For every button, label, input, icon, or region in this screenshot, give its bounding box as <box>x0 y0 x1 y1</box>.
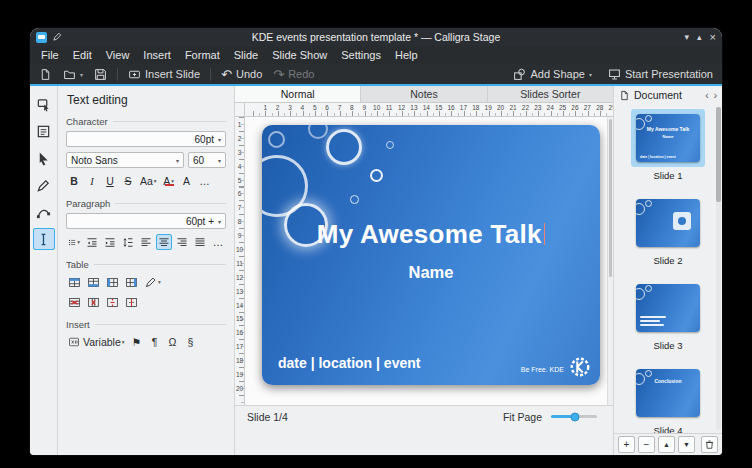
new-document-button[interactable] <box>36 65 55 83</box>
zoom-slider-knob[interactable] <box>570 412 579 421</box>
thumbnail-selection[interactable]: My Awesome Talk Name date | location | e… <box>631 109 705 167</box>
more-paragraph-options-button[interactable]: … <box>210 234 226 250</box>
italic-button[interactable]: I <box>84 173 100 189</box>
text-color-button[interactable]: A▾ <box>161 173 177 189</box>
align-justify-button[interactable] <box>192 234 208 250</box>
frame-tool[interactable] <box>33 120 55 142</box>
tab-notes[interactable]: Notes <box>361 86 487 102</box>
thumbnail-selection[interactable] <box>631 279 705 337</box>
menu-item[interactable]: Slide <box>227 46 265 64</box>
save-button[interactable] <box>91 65 110 83</box>
insert-column-left-button[interactable] <box>104 274 121 290</box>
align-right-button[interactable] <box>174 234 190 250</box>
remove-slide-button[interactable]: − <box>638 436 655 453</box>
docker-scrollbar[interactable] <box>716 107 721 430</box>
slide-1-thumbnail[interactable]: My Awesome Talk Name date | location | e… <box>636 114 700 162</box>
slide-4-thumbnail[interactable]: Conclusion <box>636 369 700 417</box>
font-size-combo[interactable]: 60 ▾ <box>188 152 226 168</box>
menu-item[interactable]: Settings <box>334 46 388 64</box>
insert-slide-button[interactable]: Insert Slide <box>125 65 203 83</box>
start-presentation-button[interactable]: Start Presentation <box>605 65 716 83</box>
special-character-button[interactable]: Ω <box>165 334 181 350</box>
add-shape-button[interactable]: Add Shape ▾ <box>510 65 594 83</box>
edit-pencil-icon <box>52 32 62 42</box>
zoom-slider[interactable] <box>551 415 597 418</box>
highlight-color-button[interactable]: A <box>179 173 195 189</box>
insert-paragraph-button[interactable]: ¶ <box>147 334 163 350</box>
menu-item[interactable]: File <box>34 46 66 64</box>
slide-thumbnail-item[interactable]: Slide 2 <box>631 194 705 266</box>
slide-2-thumbnail[interactable] <box>636 199 700 247</box>
slide-thumbnail-item[interactable]: Slide 3 <box>631 279 705 351</box>
insert-slide-icon <box>128 68 141 81</box>
variable-button[interactable]: Variable ▾ <box>66 334 127 350</box>
paragraph-style-combo[interactable]: 60pt + ▾ <box>66 213 226 229</box>
insert-column-right-button[interactable] <box>123 274 140 290</box>
align-center-button[interactable] <box>156 234 172 250</box>
insert-row-above-button[interactable] <box>66 274 83 290</box>
slide-title-textbox[interactable]: My Awesome Talk <box>262 219 600 250</box>
strikethrough-button[interactable]: S <box>120 173 136 189</box>
minimize-button[interactable]: ▾ <box>685 32 690 42</box>
menu-item[interactable]: View <box>99 46 137 64</box>
change-case-button[interactable]: Aa▾ <box>138 173 159 189</box>
thumbnail-selection[interactable] <box>631 194 705 252</box>
insert-section-button[interactable]: § <box>183 334 199 350</box>
docker-collapse-right-icon[interactable]: › <box>714 90 717 101</box>
list-style-button[interactable]: ▾ <box>66 234 82 250</box>
more-character-options-button[interactable]: … <box>197 173 213 189</box>
titlebar[interactable]: KDE events presentation template * — Cal… <box>30 28 722 46</box>
merge-cells-button[interactable] <box>104 294 121 310</box>
delete-slide-button[interactable] <box>701 436 718 453</box>
decrease-indent-button[interactable] <box>84 234 100 250</box>
underline-button[interactable]: U <box>102 173 118 189</box>
insert-row-below-button[interactable] <box>85 274 102 290</box>
add-slide-button[interactable]: + <box>618 436 635 453</box>
delete-row-button[interactable] <box>66 294 83 310</box>
slide-3-thumbnail[interactable] <box>636 284 700 332</box>
thumbnail-selection[interactable]: Conclusion <box>631 364 705 422</box>
menu-item[interactable]: Help <box>388 46 425 64</box>
slide-editor[interactable]: My Awesome Talk Name date | location | e… <box>262 125 600 385</box>
line-spacing-button[interactable] <box>120 234 136 250</box>
maximize-button[interactable]: ▴ <box>697 32 702 42</box>
split-cells-button[interactable] <box>123 294 140 310</box>
menu-item[interactable]: Slide Show <box>265 46 334 64</box>
close-button[interactable]: × <box>710 32 716 42</box>
move-slide-up-button[interactable]: ▲ <box>658 436 675 453</box>
menu-item[interactable]: Insert <box>136 46 178 64</box>
scrollbar-thumb[interactable] <box>609 119 612 277</box>
ruler-number: 13 <box>408 103 420 116</box>
menu-item[interactable]: Format <box>178 46 227 64</box>
redo-button[interactable]: ↷ Redo <box>270 65 317 83</box>
tab-slides-sorter[interactable]: Slides Sorter <box>488 86 613 102</box>
path-tool[interactable] <box>33 201 55 223</box>
open-document-button[interactable]: ▾ <box>60 65 86 83</box>
slide-subtitle-textbox[interactable]: Name <box>262 263 600 282</box>
scrollbar-thumb[interactable] <box>716 107 721 202</box>
character-style-combo[interactable]: 60pt ▾ <box>66 131 226 147</box>
docker-header[interactable]: Document ‹ › <box>614 86 722 104</box>
pencil-tool[interactable] <box>33 174 55 196</box>
slide-thumbnail-item[interactable]: My Awesome Talk Name date | location | e… <box>631 109 705 181</box>
selection-tool[interactable] <box>33 147 55 169</box>
table-borders-button[interactable]: ▾ <box>142 274 163 290</box>
docker-collapse-left-icon[interactable]: ‹ <box>705 90 708 101</box>
slide-footer-textbox[interactable]: date | location | event <box>278 355 420 371</box>
insert-bookmark-button[interactable]: ⚑ <box>129 334 145 350</box>
delete-column-button[interactable] <box>85 294 102 310</box>
text-tool[interactable] <box>33 228 55 250</box>
shape-handling-tool[interactable] <box>33 93 55 115</box>
zoom-mode-label[interactable]: Fit Page <box>503 411 542 423</box>
move-slide-down-button[interactable]: ▼ <box>678 436 695 453</box>
tab-normal[interactable]: Normal <box>235 86 361 102</box>
slide-thumbnail-item[interactable]: Conclusion Slide 4 <box>631 364 705 433</box>
bold-button[interactable]: B <box>66 173 82 189</box>
menu-item[interactable]: Edit <box>66 46 99 64</box>
increase-indent-button[interactable] <box>102 234 118 250</box>
undo-button[interactable]: ↶ Undo <box>218 65 265 83</box>
font-family-combo[interactable]: Noto Sans ▾ <box>66 152 184 168</box>
slide-canvas[interactable]: My Awesome Talk Name date | location | e… <box>245 117 607 405</box>
canvas-scrollbar[interactable] <box>607 117 613 405</box>
align-left-button[interactable] <box>138 234 154 250</box>
